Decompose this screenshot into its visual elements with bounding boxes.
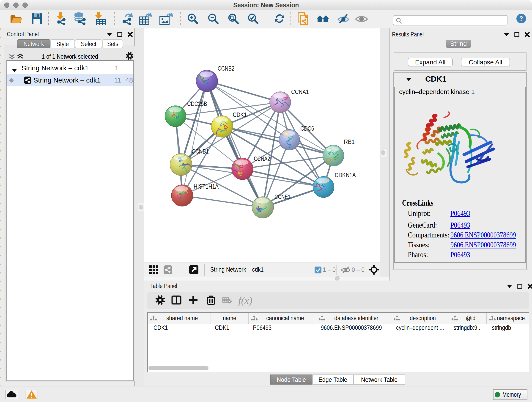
svg-text:CCNE1: CCNE1: [274, 193, 291, 200]
svg-text:CCNB1: CCNB1: [192, 148, 209, 155]
svg-text:CCNA1: CCNA1: [291, 88, 309, 95]
svg-text:CDC25B: CDC25B: [187, 100, 207, 107]
svg-text:CCNB2: CCNB2: [218, 65, 234, 72]
svg-text:RB1: RB1: [344, 138, 355, 145]
svg-text:?: ?: [519, 15, 523, 22]
svg-text:CDK1: CDK1: [233, 111, 247, 118]
svg-text:HIST1H1A: HIST1H1A: [194, 183, 219, 190]
svg-text:CCNA2: CCNA2: [254, 155, 270, 162]
svg-text:CDC6: CDC6: [300, 125, 314, 132]
svg-text:CDKN1A: CDKN1A: [335, 172, 356, 179]
